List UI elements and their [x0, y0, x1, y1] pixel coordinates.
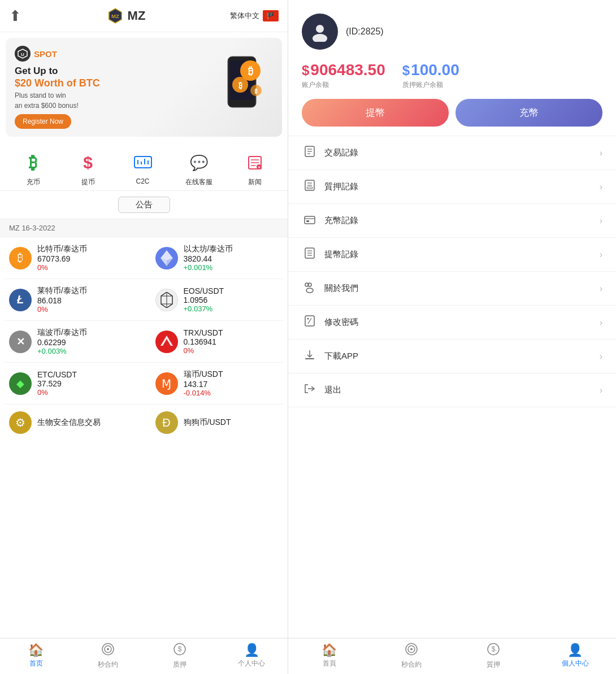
download-icon[interactable]: ⬆ [9, 7, 21, 25]
profile-section: (ID:2825) $ 906483.50 账户余额 $ 100.00 质押账户… [288, 0, 616, 136]
svg-text:$: $ [491, 645, 495, 653]
promo-banner: U SPOT Get Up to $20 Worth of BTC Plus s… [6, 38, 282, 137]
nav-pledge-left[interactable]: $ 质押 [144, 638, 216, 674]
logo-text: MZ [128, 8, 146, 23]
nav-profile-left[interactable]: 👤 个人中心 [216, 638, 288, 674]
svg-text:★: ★ [257, 166, 260, 169]
logo-area: MZ MZ [106, 7, 146, 25]
pledge-history-label: 質押記錄 [324, 181, 593, 192]
menu-about[interactable]: 關於我們 › [288, 272, 616, 306]
menu-download-app[interactable]: 下載APP › [288, 340, 616, 373]
withdraw-label: 提币 [81, 177, 95, 187]
menu-change-pwd[interactable]: 修改密碼 › [288, 306, 616, 340]
lang-area[interactable]: 繁体中文 🏴 [230, 10, 279, 21]
xrp-info: 瑞波币/泰达币 0.62299 +0.003% [37, 328, 133, 355]
menu-pledge-history[interactable]: 質押記錄 › [288, 170, 616, 204]
deposit-history-label: 充幣記錄 [324, 215, 593, 226]
doge-icon: Ð [155, 411, 178, 434]
flash-icon-right [405, 643, 418, 659]
market-row[interactable]: Ł 莱特币/泰达币 86.018 0% EOS/USDT 1.0956 +0.0… [5, 279, 283, 321]
ltc-price: 86.018 [37, 296, 133, 305]
withdraw-icon: $ [76, 150, 101, 175]
chevron-right-icon: › [600, 182, 602, 192]
chevron-right-icon: › [600, 351, 602, 362]
chevron-right-icon: › [600, 318, 602, 328]
svg-text:₿: ₿ [248, 66, 253, 77]
xrp-icon: ✕ [9, 331, 32, 353]
svg-point-34 [107, 648, 109, 650]
etc-name: ETC/USDT [37, 370, 133, 379]
main-amount: $ 906483.50 [302, 61, 385, 79]
ltc-icon: Ł [9, 289, 32, 311]
chevron-right-icon: › [600, 148, 602, 158]
spot-label: SPOT [34, 49, 57, 59]
nav-pledge-label-right: 質押 [487, 660, 500, 669]
header-left: ⬆ MZ MZ 繁体中文 🏴 [0, 0, 288, 32]
menu-withdraw-history[interactable]: 提幣記錄 › [288, 238, 616, 272]
btc-name: 比特币/泰达币 [37, 244, 133, 254]
market-row[interactable]: ₿ 比特币/泰达币 67073.69 0% 以太坊/泰达币 3820.44 +0… [5, 237, 283, 279]
menu-trade-history[interactable]: 交易記錄 › [288, 136, 616, 170]
market-row[interactable]: ◆ ETC/USDT 37.529 0% Ɱ 瑞币/USDT 143.17 -0… [5, 363, 283, 405]
menu-logout[interactable]: 退出 › [288, 373, 616, 407]
nav-flash-label: 秒合约 [98, 660, 118, 669]
quick-withdraw[interactable]: $ 提币 [76, 150, 101, 187]
etc-icon: ◆ [9, 372, 32, 395]
ltc-name: 莱特币/泰达币 [37, 286, 133, 296]
withdraw-button[interactable]: 提幣 [302, 99, 449, 127]
svg-rect-60 [305, 358, 314, 359]
nav-flash-left[interactable]: 秒合约 [72, 638, 144, 674]
notice-box: 公告 [118, 197, 170, 213]
svg-text:U: U [21, 52, 24, 57]
nav-home-label-right: 首頁 [323, 659, 336, 668]
quick-news[interactable]: ★ 新闻 [242, 150, 267, 187]
bottom-nav-right: 🏠 首頁 秒合約 $ 質押 👤 個人中心 [288, 638, 616, 674]
quick-icons-row: ₿ 充币 $ 提币 C2C 💬 在线客服 ★ 新闻 [0, 142, 288, 191]
nav-profile-right[interactable]: 👤 個人中心 [534, 638, 616, 674]
btc-change: 0% [37, 263, 133, 272]
eth-info: 以太坊/泰达币 3820.44 +0.001% [184, 244, 279, 272]
svg-rect-46 [307, 187, 313, 189]
svg-point-59 [307, 318, 309, 320]
about-icon [302, 281, 318, 296]
eos-icon [155, 289, 178, 311]
market-row[interactable]: ⚙ 生物安全信息交易 Ð 狗狗币/USDT [5, 405, 283, 441]
announce-bar: MZ 16-3-2022 [0, 219, 288, 237]
profile-icon-left: 👤 [244, 643, 259, 658]
main-balance-label: 账户余额 [302, 80, 385, 90]
doge-name: 狗狗币/USDT [184, 418, 279, 428]
lang-label: 繁体中文 [230, 11, 259, 21]
eth-name: 以太坊/泰达币 [184, 244, 279, 254]
notice-area: 公告 [0, 191, 288, 219]
quick-deposit[interactable]: ₿ 充币 [21, 150, 46, 187]
market-list: ₿ 比特币/泰达币 67073.69 0% 以太坊/泰达币 3820.44 +0… [0, 237, 288, 638]
register-button[interactable]: Register Now [15, 114, 71, 129]
download-app-icon [302, 349, 318, 364]
market-row[interactable]: ✕ 瑞波币/泰达币 0.62299 +0.003% TRX/USDT 0.136… [5, 321, 283, 363]
nav-home-left[interactable]: 🏠 首页 [0, 638, 72, 674]
svg-point-38 [313, 34, 327, 42]
menu-deposit-history[interactable]: 充幣記錄 › [288, 204, 616, 238]
pledge-balance: $ 100.00 质押账户余额 [402, 61, 459, 90]
bio-info: 生物安全信息交易 [37, 418, 133, 428]
trx-change: 0% [184, 346, 279, 355]
quick-c2c[interactable]: C2C [131, 150, 155, 187]
eos-change: +0.037% [184, 305, 279, 313]
xmr-change: -0.014% [184, 389, 279, 397]
nav-home-right[interactable]: 🏠 首頁 [288, 638, 370, 674]
nav-flash-right[interactable]: 秒合約 [370, 638, 452, 674]
nav-pledge-right[interactable]: $ 質押 [452, 638, 534, 674]
trade-history-icon [302, 145, 318, 160]
banner-sub1: Plus stand to win [15, 92, 211, 99]
user-id: (ID:2825) [346, 27, 384, 37]
chevron-right-icon: › [600, 216, 602, 226]
phone-graphic-icon: ₿ ₿ ₿ [211, 54, 273, 121]
btc-icon: ₿ [9, 247, 32, 269]
deposit-button[interactable]: 充幣 [456, 99, 602, 127]
trx-price: 0.136941 [184, 337, 279, 346]
quick-support[interactable]: 💬 在线客服 [185, 150, 212, 187]
logout-label: 退出 [324, 385, 593, 395]
nav-profile-label-left: 个人中心 [238, 659, 265, 668]
withdraw-history-icon [302, 247, 318, 262]
home-icon: 🏠 [28, 643, 44, 658]
